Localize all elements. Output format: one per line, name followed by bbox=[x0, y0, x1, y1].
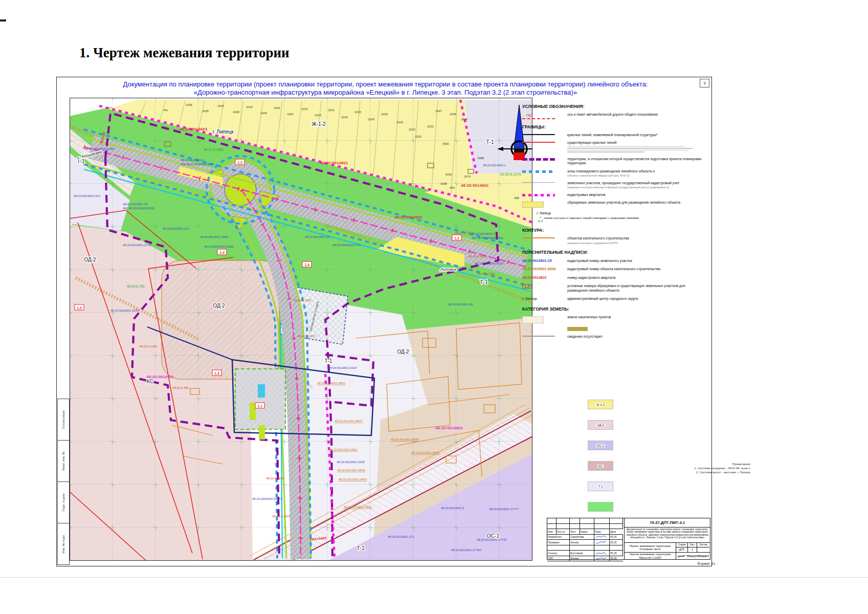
map-label: 48:20:0000000:33373 bbox=[252, 497, 282, 500]
annotation-row: 48:20:0010601:9836 кадастровый номер объ… bbox=[522, 267, 702, 271]
zone-swatch bbox=[588, 502, 613, 512]
survey-map: г. ЛипецкЖ-1-2Т-1Т-1Т-1Т-1Т-1ОД-2ОД-2ОД-… bbox=[70, 98, 532, 561]
roundabout-island bbox=[225, 174, 256, 206]
map-label: :1012 bbox=[327, 108, 335, 112]
map-label: (ЕЗ 48:20:0000000:59) bbox=[123, 207, 154, 210]
map-label: :1021 bbox=[427, 125, 434, 128]
map-label: г. Липецк bbox=[212, 129, 234, 135]
map-label: Ж-1-2 bbox=[311, 121, 325, 127]
map-label: 48:20:0014602:1 bbox=[483, 164, 506, 167]
header-line1: Документация по планировке территории (п… bbox=[70, 80, 701, 89]
legend-subtext: (объекты транспортной инфраструктуры. Эт… bbox=[567, 174, 655, 177]
divider bbox=[0, 577, 868, 578]
corner-tick bbox=[0, 19, 6, 21]
map-label: 48:20:0010601:9851 bbox=[317, 382, 346, 385]
signature bbox=[596, 541, 606, 543]
legend-row-formed: образуемых земельных участков для размещ… bbox=[522, 201, 702, 208]
legend-text: зоны планируемого размещения линейного о… bbox=[567, 169, 655, 173]
legend-text: образуемых земельных участков для размещ… bbox=[567, 201, 680, 205]
reference-number: 23:33-6.1273 bbox=[500, 172, 521, 176]
map-label: :1688 bbox=[477, 157, 484, 160]
map-label: ОД-2 bbox=[84, 257, 96, 262]
notes-title: Примечания: bbox=[607, 462, 751, 466]
parcel-number: 1.3 bbox=[77, 306, 82, 310]
map-label: :1846 bbox=[460, 118, 468, 121]
notes: Примечания: 1. Система координат - МСК-4… bbox=[607, 462, 751, 474]
side-strips: Согласовано Взам. инв. № Подп. и дата Ин… bbox=[57, 399, 69, 565]
annotation-sample: 48:20:0014602 bbox=[522, 276, 567, 279]
legend-row-redline-new: красных линий, изменяемой планировочной … bbox=[522, 133, 702, 137]
map-label: :1047 bbox=[435, 109, 442, 113]
point-samples: •1 2 bbox=[538, 220, 702, 223]
strip-soglasovano: Согласовано bbox=[57, 399, 70, 441]
map-label: 48:20:0010601:5 bbox=[441, 507, 464, 510]
map-label: Липовка bbox=[439, 267, 456, 272]
map-label: 48:20:0010501 bbox=[146, 375, 174, 379]
map-label: 48:20:0000000:2771 bbox=[332, 244, 361, 247]
map-label: 48:20:0014603 bbox=[180, 127, 208, 131]
road-axis-symbol: ПК2 bbox=[522, 113, 567, 119]
map-canvas: г. ЛипецкЖ-1-2Т-1Т-1Т-1Т-1Т-1ОД-2ОД-2ОД-… bbox=[70, 98, 532, 561]
map-label: 48:20:0014601 bbox=[320, 161, 348, 165]
legend-subtext: сведения о которых содержатся в ЕГРН bbox=[567, 242, 629, 245]
map-label: :998 bbox=[514, 196, 519, 200]
map-label: 48:20:0010601:9848 bbox=[411, 451, 440, 454]
map-label: 48:20:0010501:29 bbox=[123, 203, 148, 206]
page-title: 1. Чертеж межевания территории bbox=[79, 45, 290, 61]
legend-text: ось и пикет автомобильной дороги общего … bbox=[567, 113, 658, 117]
map-label: :5431 bbox=[445, 173, 452, 176]
legend-text: кадастровых кварталов bbox=[567, 193, 606, 197]
company-logo: ТРАНСПРОЕКТ bbox=[676, 553, 710, 559]
parcel-number: 1.1 bbox=[257, 404, 262, 408]
map-label: 48:20-6.1799 bbox=[477, 272, 495, 275]
parcel-number: 1.2 bbox=[454, 236, 459, 240]
zone-swatch-label: ОС-1 bbox=[596, 444, 605, 447]
map-label: :411 bbox=[163, 108, 168, 112]
map-label: 48:20:0014602 bbox=[461, 183, 489, 188]
zone-swatch-label: Т-1 bbox=[597, 485, 604, 488]
map-label: 48:20-6.750 bbox=[127, 284, 145, 288]
parcel-number: 1.4 bbox=[219, 251, 225, 254]
map-label: 48:20:0014603:3 bbox=[181, 159, 204, 162]
map-label: :1674 bbox=[463, 175, 471, 178]
map-label: :563 bbox=[449, 186, 455, 189]
map-label: 48:20:0014603 bbox=[394, 215, 422, 220]
zone-swatch-label: Ж-1-2 bbox=[595, 403, 606, 406]
map-label: 48:20:0010601:9858 bbox=[391, 438, 419, 441]
legend-category-title: КАТЕГОРИЯ ЗЕМЕЛЬ: bbox=[522, 306, 702, 312]
annotation-text: условные номера образуемых и существующи… bbox=[567, 284, 702, 293]
strip-podp: Подп. и дата bbox=[57, 482, 70, 523]
legend-text: существующих красных линий bbox=[567, 141, 693, 145]
map-label: :1003 bbox=[260, 112, 267, 115]
map-label: 48:20:0010501:2949 bbox=[110, 309, 139, 312]
map-label: 48:20:0010501:413 bbox=[74, 194, 100, 198]
map-label: Т-1 bbox=[480, 279, 488, 285]
legend-row-contours: объектов капитального строительства свед… bbox=[522, 236, 702, 245]
map-label: 48:20:0010601:3324 bbox=[328, 366, 357, 369]
annotation-sample: 48:20:0010601:29 bbox=[522, 259, 567, 262]
sheet-title-cell: Чертеж межевания территории Масштаб 1:10… bbox=[625, 553, 676, 559]
map-label: :5398 bbox=[440, 182, 447, 185]
map-label: 48:20:0000000:33457 bbox=[85, 147, 115, 150]
title-block: Изм.Кол.уч. Лист№док. Подп.Дата Разработ… bbox=[547, 518, 710, 560]
map-label: :1005 bbox=[202, 109, 209, 113]
map-label: :1009 bbox=[232, 111, 239, 114]
annotation-row: 1.1 условные номера образуемых и существ… bbox=[522, 284, 702, 293]
signature bbox=[596, 536, 606, 538]
map-label: (ЕЗ 48:20:0000000:59) bbox=[181, 163, 212, 166]
map-label: 48:20-6.1687 bbox=[294, 299, 312, 302]
map-label: :3432 bbox=[442, 142, 449, 145]
map-label: 48:20:0010601:171 bbox=[388, 535, 414, 538]
map-label: 48:20-6.1817 bbox=[298, 335, 316, 338]
legend-contours-title: КОНТУРА: bbox=[522, 228, 702, 233]
map-label: Т-1 bbox=[357, 545, 365, 551]
map-label: 48:20:0010501:412 bbox=[163, 227, 189, 230]
title-block-left: Изм.Кол.уч. Лист№док. Подп.Дата Разработ… bbox=[547, 518, 625, 559]
project-title-cell: Проект межевания территории Основная час… bbox=[625, 543, 676, 552]
map-label: :1013 bbox=[314, 114, 321, 117]
legend-text: территории, в отношении которой осуществ… bbox=[567, 157, 702, 166]
map-label: 48:20:0010601:3325 bbox=[337, 461, 365, 464]
map-label: 48:20-6.1819 bbox=[272, 515, 291, 518]
zone-swatch-list: Ж-1-2ОД-2ОС-1КСТ-1 bbox=[588, 400, 618, 522]
stage-table: Стадия Лист Листов ДПТ 1 bbox=[676, 543, 709, 552]
